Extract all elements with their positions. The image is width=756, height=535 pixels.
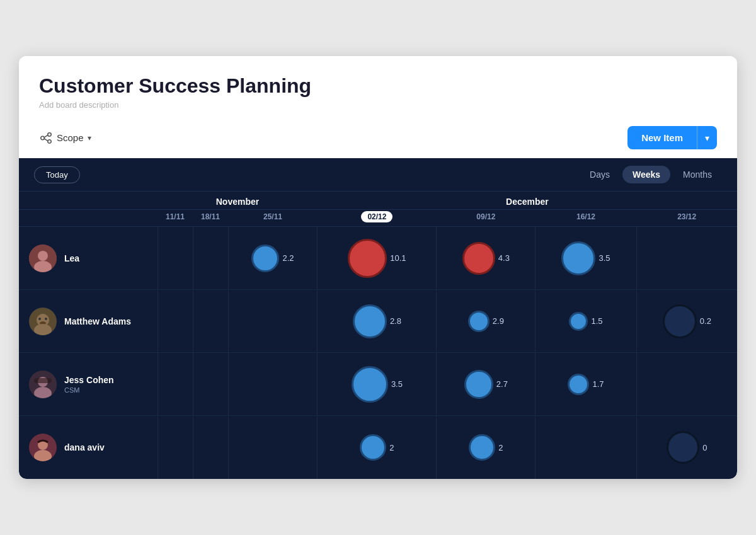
lea-0212: 10.1	[318, 227, 437, 290]
bubble-value: 2.9	[493, 316, 504, 326]
table-row: Jess Cohen CSM 3.5	[19, 353, 737, 416]
lea-0912: 4.3	[437, 227, 536, 290]
bubble	[464, 370, 493, 399]
name-cell-lea: Lea	[19, 227, 158, 290]
bubble	[667, 431, 699, 464]
bubble	[561, 241, 595, 275]
view-weeks[interactable]: Weeks	[622, 166, 670, 183]
dana-1811	[193, 416, 228, 479]
december-header: December	[318, 192, 737, 210]
bubble-value: 0.2	[700, 316, 711, 326]
person-name-jess: Jess Cohen	[64, 375, 114, 385]
matthew-1111	[158, 290, 193, 353]
header: Customer Success Planning Add board desc…	[19, 56, 737, 120]
board-description: Add board description	[39, 100, 717, 110]
jess-0212: 3.5	[318, 353, 437, 416]
person-info: dana aviv	[29, 434, 147, 461]
svg-point-10	[38, 318, 41, 320]
table-row: dana aviv 2	[19, 416, 737, 479]
bubble	[348, 239, 387, 278]
dana-2312: 0	[636, 416, 737, 479]
bubble	[353, 304, 387, 338]
bubble-value: 3.5	[598, 253, 610, 263]
dana-0212: 2	[318, 416, 437, 479]
avatar-dana	[29, 434, 57, 461]
svg-point-0	[41, 136, 45, 140]
bubble	[251, 244, 279, 272]
gantt-nav: Today Days Weeks Months	[19, 158, 737, 192]
person-name-dana: dana aviv	[64, 442, 105, 452]
person-info: Lea	[29, 244, 147, 272]
table-row: Lea 2.2 1	[19, 227, 737, 290]
dana-0912: 2	[437, 416, 536, 479]
name-cell-matthew: Matthew Adams	[19, 290, 158, 353]
avatar-matthew	[29, 308, 57, 335]
main-card: Customer Success Planning Add board desc…	[19, 56, 737, 479]
date-0912: 09/12	[437, 210, 536, 227]
lea-1612: 3.5	[536, 227, 637, 290]
svg-rect-17	[34, 378, 52, 383]
view-toggles: Days Weeks Months	[580, 166, 722, 183]
jess-1111	[158, 353, 193, 416]
bubble-value: 2	[498, 443, 503, 452]
person-name-matthew: Matthew Adams	[64, 316, 131, 326]
matthew-0212: 2.8	[318, 290, 437, 353]
matthew-0912: 2.9	[437, 290, 536, 353]
person-info: Matthew Adams	[29, 308, 147, 335]
bubble	[569, 312, 588, 331]
new-item-wrapper: New Item ▾	[627, 126, 717, 149]
matthew-2312: 0.2	[636, 290, 737, 353]
month-header-row: November December	[19, 192, 737, 210]
date-1612: 16/12	[536, 210, 637, 227]
new-item-dropdown-button[interactable]: ▾	[697, 126, 717, 149]
chevron-down-icon: ▾	[88, 134, 91, 142]
date-highlight: 02/12	[361, 211, 392, 222]
lea-2511: 2.2	[228, 227, 318, 290]
person-info: Jess Cohen CSM	[29, 371, 147, 398]
new-item-button[interactable]: New Item	[627, 126, 697, 149]
bubble	[568, 374, 589, 395]
jess-2312	[636, 353, 737, 416]
matthew-1612: 1.5	[536, 290, 637, 353]
bubble-value: 2	[389, 443, 394, 452]
svg-point-1	[48, 133, 52, 137]
today-button[interactable]: Today	[34, 166, 80, 183]
november-header: November	[158, 192, 318, 210]
date-0212: 02/12	[318, 210, 437, 227]
dana-1111	[158, 416, 193, 479]
svg-point-6	[38, 251, 48, 261]
svg-line-3	[44, 135, 48, 137]
bubble	[360, 434, 386, 461]
bubble-value: 1.5	[591, 316, 602, 326]
person-name-lea: Lea	[64, 253, 79, 263]
name-col-header	[19, 192, 158, 210]
date-header-row: 11/11 18/11 25/11 02/12 09/12 16/12 23/1…	[19, 210, 737, 227]
name-cell-jess: Jess Cohen CSM	[19, 353, 158, 416]
view-months[interactable]: Months	[673, 166, 722, 183]
view-days[interactable]: Days	[580, 166, 620, 183]
dana-1612	[536, 416, 637, 479]
scope-icon	[39, 131, 53, 145]
matthew-1811	[193, 290, 228, 353]
date-1811: 18/11	[193, 210, 228, 227]
svg-line-4	[44, 139, 48, 141]
bubble	[663, 304, 697, 338]
bubble-value: 0	[702, 443, 707, 452]
avatar-jess	[29, 371, 57, 398]
toolbar: Scope ▾ New Item ▾	[19, 120, 737, 158]
person-role-jess: CSM	[64, 386, 114, 394]
gantt-table: November December 11/11 18/11 25/11 02/1…	[19, 192, 737, 479]
bubble-value: 1.7	[592, 379, 604, 389]
lea-1811	[193, 227, 228, 290]
lea-2312	[636, 227, 737, 290]
jess-1612: 1.7	[536, 353, 637, 416]
gantt-area: Today Days Weeks Months November Decembe…	[19, 158, 737, 479]
page-title: Customer Success Planning	[39, 74, 717, 98]
lea-1111	[158, 227, 193, 290]
scope-button[interactable]: Scope ▾	[39, 131, 91, 145]
dana-2511	[228, 416, 318, 479]
svg-point-2	[48, 140, 52, 144]
scope-label: Scope	[57, 132, 84, 143]
jess-0912: 2.7	[437, 353, 536, 416]
bubble	[352, 366, 388, 403]
